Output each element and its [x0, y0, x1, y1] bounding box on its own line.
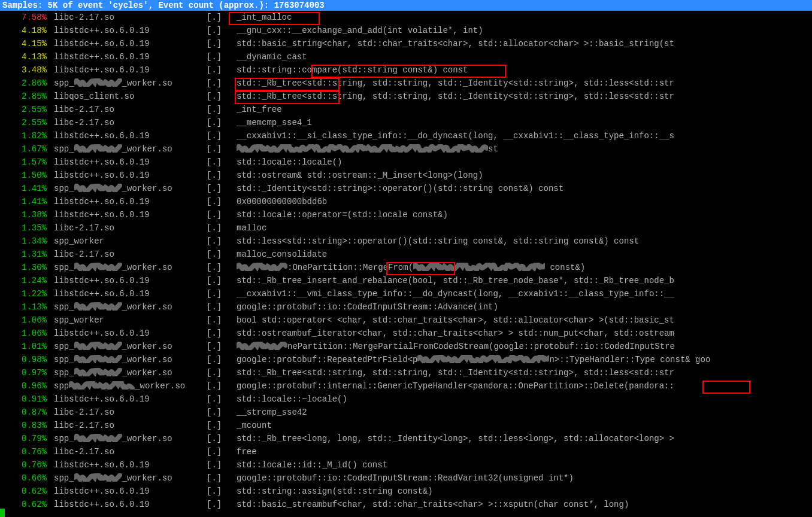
perf-rows[interactable]: 7.58%libc-2.17.so[.] _int_malloc4.18%lib… — [0, 11, 812, 511]
shared-object: libstdc++.so.6.0.19 — [54, 274, 207, 287]
perf-row[interactable]: 4.13%libstdc++.so.6.0.19[.] __dynamic_ca… — [0, 50, 812, 63]
symbol-bracket: [.] — [207, 353, 237, 366]
symbol-bracket: [.] — [207, 103, 237, 116]
perf-row[interactable]: 2.55%libc-2.17.so[.] _int_free — [0, 103, 812, 116]
perf-row[interactable]: 1.06%libstdc++.so.6.0.19[.] std::ostream… — [0, 327, 812, 340]
perf-row[interactable]: 1.13%spp__worker.so[.] google::protobuf:… — [0, 300, 812, 314]
overhead-pct: 0.76% — [0, 458, 54, 472]
perf-row[interactable]: 4.15%libstdc++.so.6.0.19[.] std::basic_s… — [0, 37, 812, 50]
shared-object: libstdc++.so.6.0.19 — [54, 169, 207, 182]
symbol-bracket: [.] — [207, 11, 237, 24]
perf-row[interactable]: 1.31%libc-2.17.so[.] malloc_consolidate — [0, 248, 812, 261]
symbol-bracket: [.] — [207, 129, 237, 142]
perf-row[interactable]: 1.06%spp_worker[.] bool std::operator< <… — [0, 314, 812, 327]
perf-row[interactable]: 0.97%spp__worker.so[.] std::_Rb_tree<std… — [0, 366, 812, 379]
overhead-pct: 1.13% — [0, 300, 54, 314]
shared-object: libc-2.17.so — [54, 248, 207, 261]
overhead-pct: 0.62% — [0, 485, 54, 498]
perf-row[interactable]: 1.38%libstdc++.so.6.0.19[.] std::locale:… — [0, 208, 812, 221]
overhead-pct: 0.66% — [0, 472, 54, 485]
symbol-bracket: [.] — [207, 379, 237, 393]
overhead-pct: 0.91% — [0, 393, 54, 406]
symbol-bracket: [.] — [207, 50, 237, 63]
symbol-bracket: [.] — [207, 485, 237, 498]
symbol-name: malloc — [237, 221, 812, 235]
perf-row[interactable]: 0.76%libstdc++.so.6.0.19[.] std::locale:… — [0, 458, 812, 472]
shared-object: libc-2.17.so — [54, 116, 207, 129]
perf-header: Samples: 5K of event 'cycles', Event cou… — [0, 0, 812, 11]
overhead-pct: 4.13% — [0, 50, 54, 63]
overhead-pct: 4.15% — [0, 37, 54, 50]
symbol-name: _int_malloc — [237, 11, 812, 24]
perf-row[interactable]: 4.18%libstdc++.so.6.0.19[.] __gnu_cxx::_… — [0, 24, 812, 37]
perf-row[interactable]: 1.41%libstdc++.so.6.0.19[.] 0x0000000000… — [0, 195, 812, 208]
overhead-pct: 1.41% — [0, 182, 54, 195]
overhead-pct: 3.48% — [0, 63, 54, 77]
perf-row[interactable]: 1.82%libstdc++.so.6.0.19[.] __cxxabiv1::… — [0, 129, 812, 142]
perf-row[interactable]: 0.62%libstdc++.so.6.0.19[.] std::basic_s… — [0, 498, 812, 511]
symbol-bracket: [.] — [207, 314, 237, 327]
perf-row[interactable]: 0.98%spp__worker.so[.] google::protobuf:… — [0, 353, 812, 366]
symbol-bracket: [.] — [207, 142, 237, 156]
symbol-name: malloc_consolidate — [237, 248, 812, 261]
symbol-bracket: [.] — [207, 327, 237, 340]
symbol-name: nePartition::MergePartialFromCodedStream… — [237, 340, 812, 353]
perf-row[interactable]: 1.57%libstdc++.so.6.0.19[.] std::locale:… — [0, 156, 812, 169]
symbol-bracket: [.] — [207, 156, 237, 169]
perf-row[interactable]: 7.58%libc-2.17.so[.] _int_malloc — [0, 11, 812, 24]
shared-object: libstdc++.so.6.0.19 — [54, 208, 207, 221]
shared-object: libstdc++.so.6.0.19 — [54, 156, 207, 169]
overhead-pct: 1.35% — [0, 221, 54, 235]
overhead-pct: 0.62% — [0, 498, 54, 511]
shared-object: spp__worker.so — [54, 353, 207, 366]
shared-object: libstdc++.so.6.0.19 — [54, 393, 207, 406]
perf-row[interactable]: 1.67%spp__worker.so[.] st — [0, 142, 812, 156]
shared-object: spp__worker.so — [54, 432, 207, 445]
symbol-bracket: [.] — [207, 261, 237, 274]
symbol-name: std::ostreambuf_iterator<char, std::char… — [237, 327, 812, 340]
symbol-name: std::_Rb_tree_insert_and_rebalance(bool,… — [237, 274, 812, 287]
symbol-bracket: [.] — [207, 248, 237, 261]
symbol-bracket: [.] — [207, 116, 237, 129]
perf-row[interactable]: 2.85%libqos_client.so[.] std::_Rb_tree<s… — [0, 90, 812, 103]
overhead-pct: 1.67% — [0, 142, 54, 156]
shared-object: spp__worker.so — [54, 340, 207, 353]
perf-row[interactable]: 2.86%spp__worker.so[.] std::_Rb_tree<std… — [0, 77, 812, 90]
symbol-name: std::_Rb_tree<std::string, std::string, … — [237, 90, 812, 103]
perf-row[interactable]: 1.22%libstdc++.so.6.0.19[.] __cxxabiv1::… — [0, 287, 812, 300]
symbol-bracket: [.] — [207, 300, 237, 314]
perf-row[interactable]: 0.66%spp__worker.so[.] google::protobuf:… — [0, 472, 812, 485]
shared-object: libstdc++.so.6.0.19 — [54, 485, 207, 498]
shared-object: libstdc++.so.6.0.19 — [54, 129, 207, 142]
perf-row[interactable]: 0.91%libstdc++.so.6.0.19[.] std::locale:… — [0, 393, 812, 406]
perf-row[interactable]: 1.41%spp__worker.so[.] std::_Identity<st… — [0, 182, 812, 195]
symbol-name: __memcmp_sse4_1 — [237, 116, 812, 129]
perf-row[interactable]: 0.83%libc-2.17.so[.] _mcount — [0, 419, 812, 432]
perf-row[interactable]: 1.24%libstdc++.so.6.0.19[.] std::_Rb_tre… — [0, 274, 812, 287]
overhead-pct: 0.87% — [0, 406, 54, 419]
perf-row[interactable]: 0.62%libstdc++.so.6.0.19[.] std::string:… — [0, 485, 812, 498]
perf-row[interactable]: 0.87%libc-2.17.so[.] __strcmp_sse42 — [0, 406, 812, 419]
shared-object: spp__worker.so — [54, 472, 207, 485]
symbol-name: std::_Rb_tree<long, long, std::_Identity… — [237, 432, 812, 445]
perf-row[interactable]: 2.55%libc-2.17.so[.] __memcmp_sse4_1 — [0, 116, 812, 129]
perf-row[interactable]: 1.30%spp__worker.so[.] :OnePartition::Me… — [0, 261, 812, 274]
perf-row[interactable]: 1.01%spp__worker.so[.] nePartition::Merg… — [0, 340, 812, 353]
shared-object: libc-2.17.so — [54, 406, 207, 419]
symbol-bracket: [.] — [207, 340, 237, 353]
shared-object: spp_worker — [54, 314, 207, 327]
perf-row[interactable]: 0.76%libc-2.17.so[.] free — [0, 445, 812, 458]
perf-row[interactable]: 1.35%libc-2.17.so[.] malloc — [0, 221, 812, 235]
symbol-bracket: [.] — [207, 24, 237, 37]
symbol-bracket: [.] — [207, 90, 237, 103]
perf-row[interactable]: 3.48%libstdc++.so.6.0.19[.] std::string:… — [0, 63, 812, 77]
perf-row[interactable]: 1.34%spp_worker[.] std::less<std::string… — [0, 235, 812, 248]
perf-row[interactable]: 0.96%spp_worker.so[.] google::protobuf::… — [0, 379, 812, 393]
symbol-bracket: [.] — [207, 472, 237, 485]
perf-row[interactable]: 0.79%spp__worker.so[.] std::_Rb_tree<lon… — [0, 432, 812, 445]
shared-object: libc-2.17.so — [54, 103, 207, 116]
perf-row[interactable]: 1.50%libstdc++.so.6.0.19[.] std::ostream… — [0, 169, 812, 182]
symbol-name: _mcount — [237, 419, 812, 432]
symbol-name: :OnePartition::MergeFrom( const&) — [237, 261, 812, 274]
symbol-bracket: [.] — [207, 393, 237, 406]
